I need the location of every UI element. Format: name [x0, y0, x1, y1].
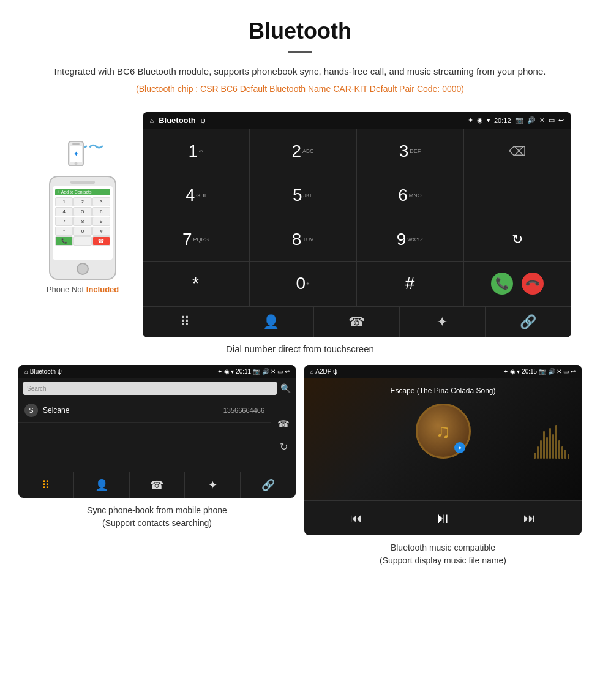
prev-track-button[interactable]: ⏮ — [345, 507, 367, 529]
pb-search-placeholder: Search — [27, 385, 47, 392]
pb-link-icon: 🔗 — [261, 478, 275, 492]
pb-contact-avatar: S — [24, 404, 38, 417]
pb-search-input[interactable]: Search — [23, 382, 277, 395]
dial-cell-refresh[interactable]: ↻ — [464, 217, 571, 262]
location-icon: ◉ — [477, 116, 483, 124]
dial-cell-backspace[interactable]: ⌫ — [464, 129, 571, 173]
pb-side-icons: ☎ ↻ — [271, 399, 296, 472]
dial-key-5[interactable]: 5JKL — [250, 173, 357, 217]
header-section: Bluetooth Integrated with BC6 Bluetooth … — [0, 0, 600, 106]
search-icon[interactable]: 🔍 — [280, 383, 291, 393]
music-waveform — [534, 422, 569, 459]
dial-key-hash[interactable]: # — [357, 262, 464, 306]
pb-contacts-btn[interactable]: 👤 — [74, 472, 130, 498]
phone-icon: ☎ — [348, 314, 365, 330]
prev-icon: ⏮ — [350, 511, 362, 525]
pb-status-bar: ⌂ Bluetooth ψ ✦ ◉ ▾ 20:11 📷 🔊 ✕ ▭ ↩ — [18, 365, 296, 378]
music-card: ⌂ A2DP ψ ✦ ◉ ▾ 20:15 📷 🔊 ✕ ▭ ↩ Escape (T… — [304, 365, 582, 570]
phone-key-1: 1 — [55, 197, 73, 206]
music-caption-line2: (Support display music file name) — [307, 554, 579, 567]
settings-tab[interactable]: 🔗 — [486, 307, 571, 337]
phone-key-star: * — [55, 227, 73, 236]
dial-key-1[interactable]: 1∞ — [143, 129, 250, 173]
pb-refresh-icon[interactable]: ↻ — [280, 441, 288, 453]
refresh-icon: ↻ — [512, 231, 523, 247]
phone-not-included-label: Phone Not Included — [47, 285, 119, 294]
dial-key-9[interactable]: 9WXYZ — [357, 217, 464, 262]
dial-status-left: ⌂ Bluetooth ψ — [150, 116, 206, 125]
signal-icon: ▾ — [487, 116, 490, 124]
usb-icon: ψ — [201, 117, 206, 124]
pb-contact-list: S Seicane 13566664466 — [18, 399, 271, 472]
contacts-tab[interactable]: 👤 — [228, 307, 314, 337]
back-icon: ↩ — [558, 116, 564, 124]
pb-phone-btn[interactable]: ☎ — [130, 472, 186, 498]
phone-key-end: ☎ — [92, 236, 110, 246]
pb-dialpad-btn[interactable]: ⠿ — [18, 472, 74, 498]
dial-key-8[interactable]: 8TUV — [250, 217, 357, 262]
phone-tab[interactable]: ☎ — [314, 307, 400, 337]
pb-bottom-bar: ⠿ 👤 ☎ ✦ 🔗 — [18, 472, 296, 498]
call-icon: 📞 — [495, 277, 509, 290]
dial-key-4[interactable]: 4GHI — [143, 173, 250, 217]
bottom-screens: ⌂ Bluetooth ψ ✦ ◉ ▾ 20:11 📷 🔊 ✕ ▭ ↩ Sear… — [0, 365, 600, 582]
dial-key-0[interactable]: 0+ — [250, 262, 357, 306]
phone-key-2: 2 — [73, 197, 91, 206]
camera-icon: 📷 — [515, 116, 523, 124]
dial-key-star[interactable]: * — [143, 262, 250, 306]
dial-key-6[interactable]: 6MNO — [357, 173, 464, 217]
play-pause-icon: ⏯ — [435, 510, 450, 527]
next-icon: ⏭ — [523, 511, 536, 525]
phone-key-6: 6 — [92, 207, 110, 216]
phone-key-9: 9 — [92, 217, 110, 226]
bt-status-icon: ✦ — [468, 116, 473, 124]
end-call-button[interactable]: 📞 — [522, 273, 544, 295]
music-content: Escape (The Pina Colada Song) ♫ ✦ — [304, 378, 582, 500]
next-track-button[interactable]: ⏭ — [519, 507, 541, 529]
svg-point-3 — [75, 162, 78, 165]
play-pause-button[interactable]: ⏯ — [432, 507, 454, 529]
contacts-icon: 👤 — [263, 314, 279, 330]
bluetooth-tab[interactable]: ✦ — [400, 307, 486, 337]
title-divider — [288, 51, 312, 53]
phone-body: + Add to Contacts 1 2 3 4 5 6 7 8 9 * 0 … — [49, 176, 116, 280]
dial-status-bar: ⌂ Bluetooth ψ ✦ ◉ ▾ 20:12 📷 🔊 ✕ ▭ ↩ — [143, 112, 571, 129]
pb-link-btn[interactable]: 🔗 — [241, 472, 296, 498]
phonebook-caption-line1: Sync phone-book from mobile phone — [21, 504, 293, 517]
pb-search-row: Search 🔍 — [18, 378, 296, 399]
music-note-icon: ♫ — [436, 420, 451, 443]
dial-time: 20:12 — [494, 117, 511, 124]
dial-cell-call-row: 📞 📞 — [464, 262, 571, 306]
dial-key-3[interactable]: 3DEF — [357, 129, 464, 173]
pb-bt-icon: ✦ — [208, 478, 217, 492]
dial-cell-empty1 — [464, 173, 571, 217]
pb-bt-btn[interactable]: ✦ — [185, 472, 241, 498]
close-icon: ✕ — [539, 116, 545, 124]
pb-contact-row[interactable]: S Seicane 13566664466 — [18, 399, 271, 423]
backspace-icon: ⌫ — [509, 144, 526, 159]
dialpad-tab[interactable]: ⠿ — [143, 307, 228, 337]
volume-icon: 🔊 — [527, 116, 536, 124]
phonebook-card: ⌂ Bluetooth ψ ✦ ◉ ▾ 20:11 📷 🔊 ✕ ▭ ↩ Sear… — [18, 365, 296, 570]
dial-key-2[interactable]: 2ABC — [250, 129, 357, 173]
dial-key-7[interactable]: 7PQRS — [143, 217, 250, 262]
pb-call-icon[interactable]: ☎ — [277, 418, 290, 430]
header-description: Integrated with BC6 Bluetooth module, su… — [37, 64, 563, 79]
pb-contacts-icon: 👤 — [95, 478, 108, 492]
end-call-icon: 📞 — [524, 275, 541, 292]
pb-empty-area — [18, 423, 271, 472]
header-specs: (Bluetooth chip : CSR BC6 Default Blueto… — [37, 84, 563, 94]
phone-key-7: 7 — [55, 217, 73, 226]
pb-content-area: S Seicane 13566664466 ☎ ↻ — [18, 399, 296, 472]
music-status-right: ✦ ◉ ▾ 20:15 📷 🔊 ✕ ▭ ↩ — [503, 368, 576, 375]
phone-key-call: 📞 — [55, 236, 73, 246]
dial-screen-container: ⌂ Bluetooth ψ ✦ ◉ ▾ 20:12 📷 🔊 ✕ ▭ ↩ — [143, 112, 571, 337]
dial-bottom-bar: ⠿ 👤 ☎ ✦ 🔗 — [143, 306, 571, 337]
dial-keypad-grid: 1∞ 2ABC 3DEF ⌫ 4GHI 5JKL — [143, 129, 571, 306]
call-button[interactable]: 📞 — [491, 273, 513, 295]
music-caption-line1: Bluetooth music compatible — [307, 541, 579, 554]
bluetooth-phone-icon: ✦ — [67, 141, 84, 168]
pb-phone-icon: ☎ — [150, 478, 163, 492]
phone-home-button — [77, 263, 89, 275]
home-icon: ⌂ — [150, 117, 154, 124]
